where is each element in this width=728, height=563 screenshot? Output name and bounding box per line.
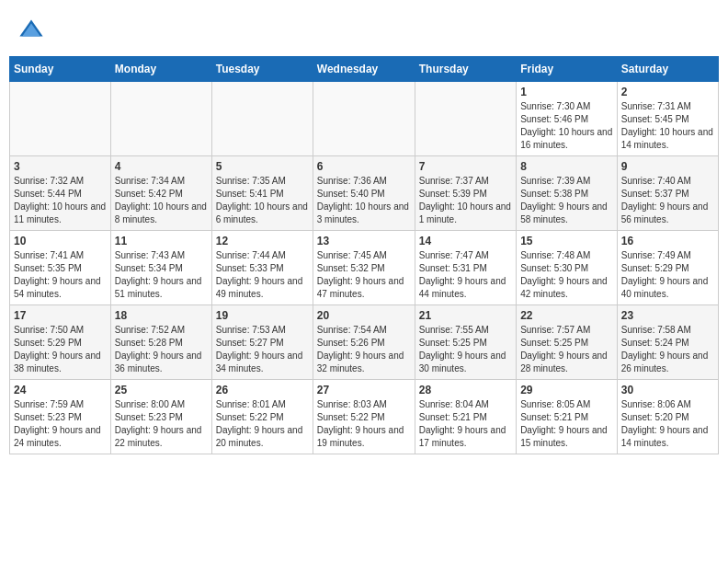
day-number: 2 xyxy=(621,86,714,98)
day-number: 28 xyxy=(419,384,512,396)
calendar-cell: 10Sunrise: 7:41 AM Sunset: 5:35 PM Dayli… xyxy=(10,231,111,305)
day-info: Sunrise: 7:53 AM Sunset: 5:27 PM Dayligh… xyxy=(216,324,309,375)
calendar-cell: 18Sunrise: 7:52 AM Sunset: 5:28 PM Dayli… xyxy=(110,305,211,380)
day-info: Sunrise: 8:05 AM Sunset: 5:21 PM Dayligh… xyxy=(520,398,613,450)
day-info: Sunrise: 7:50 AM Sunset: 5:29 PM Dayligh… xyxy=(14,324,107,375)
day-info: Sunrise: 7:37 AM Sunset: 5:39 PM Dayligh… xyxy=(419,175,512,226)
day-number: 5 xyxy=(216,160,309,173)
day-info: Sunrise: 8:00 AM Sunset: 5:23 PM Dayligh… xyxy=(115,398,208,450)
day-number: 9 xyxy=(621,160,714,173)
day-number: 6 xyxy=(317,160,411,173)
calendar-cell xyxy=(10,82,111,156)
calendar-cell: 19Sunrise: 7:53 AM Sunset: 5:27 PM Dayli… xyxy=(211,305,313,380)
day-number: 3 xyxy=(14,160,107,173)
day-info: Sunrise: 7:48 AM Sunset: 5:30 PM Dayligh… xyxy=(520,249,613,301)
calendar-cell: 6Sunrise: 7:36 AM Sunset: 5:40 PM Daylig… xyxy=(313,156,415,231)
calendar-cell: 30Sunrise: 8:06 AM Sunset: 5:20 PM Dayli… xyxy=(617,380,718,454)
day-info: Sunrise: 7:40 AM Sunset: 5:37 PM Dayligh… xyxy=(621,175,714,226)
day-number: 22 xyxy=(520,309,613,322)
day-info: Sunrise: 7:44 AM Sunset: 5:33 PM Dayligh… xyxy=(216,249,309,301)
day-number: 21 xyxy=(419,309,512,322)
day-info: Sunrise: 8:03 AM Sunset: 5:22 PM Dayligh… xyxy=(317,398,411,450)
day-number: 13 xyxy=(317,235,411,247)
day-info: Sunrise: 7:32 AM Sunset: 5:44 PM Dayligh… xyxy=(14,175,107,226)
calendar-cell: 4Sunrise: 7:34 AM Sunset: 5:42 PM Daylig… xyxy=(110,156,211,231)
day-number: 19 xyxy=(216,309,309,322)
day-number: 8 xyxy=(520,160,613,173)
calendar-cell: 26Sunrise: 8:01 AM Sunset: 5:22 PM Dayli… xyxy=(211,380,313,454)
day-info: Sunrise: 7:52 AM Sunset: 5:28 PM Dayligh… xyxy=(115,324,208,375)
calendar-cell: 20Sunrise: 7:54 AM Sunset: 5:26 PM Dayli… xyxy=(313,305,415,380)
calendar-cell xyxy=(110,82,211,156)
calendar-cell xyxy=(415,82,516,156)
calendar-cell: 12Sunrise: 7:44 AM Sunset: 5:33 PM Dayli… xyxy=(211,231,313,305)
calendar-cell: 25Sunrise: 8:00 AM Sunset: 5:23 PM Dayli… xyxy=(110,380,211,454)
day-info: Sunrise: 7:39 AM Sunset: 5:38 PM Dayligh… xyxy=(520,175,613,226)
calendar-cell: 11Sunrise: 7:43 AM Sunset: 5:34 PM Dayli… xyxy=(110,231,211,305)
calendar-cell: 24Sunrise: 7:59 AM Sunset: 5:23 PM Dayli… xyxy=(10,380,111,454)
day-number: 4 xyxy=(115,160,208,173)
day-number: 15 xyxy=(520,235,613,247)
day-info: Sunrise: 7:36 AM Sunset: 5:40 PM Dayligh… xyxy=(317,175,411,226)
logo-icon xyxy=(18,18,44,44)
day-info: Sunrise: 7:34 AM Sunset: 5:42 PM Dayligh… xyxy=(115,175,208,226)
calendar-cell: 16Sunrise: 7:49 AM Sunset: 5:29 PM Dayli… xyxy=(617,231,718,305)
day-number: 14 xyxy=(419,235,512,247)
day-info: Sunrise: 7:41 AM Sunset: 5:35 PM Dayligh… xyxy=(14,249,107,301)
weekday-header: Tuesday xyxy=(211,57,313,82)
day-info: Sunrise: 7:31 AM Sunset: 5:45 PM Dayligh… xyxy=(621,100,714,152)
day-info: Sunrise: 7:59 AM Sunset: 5:23 PM Dayligh… xyxy=(14,398,107,450)
weekday-header: Friday xyxy=(517,57,618,82)
calendar-cell: 28Sunrise: 8:04 AM Sunset: 5:21 PM Dayli… xyxy=(415,380,516,454)
day-number: 11 xyxy=(115,235,208,247)
calendar-cell: 8Sunrise: 7:39 AM Sunset: 5:38 PM Daylig… xyxy=(517,156,618,231)
calendar-cell: 7Sunrise: 7:37 AM Sunset: 5:39 PM Daylig… xyxy=(415,156,516,231)
day-info: Sunrise: 8:06 AM Sunset: 5:20 PM Dayligh… xyxy=(621,398,714,450)
weekday-header: Monday xyxy=(110,57,211,82)
day-number: 16 xyxy=(621,235,714,247)
calendar: SundayMondayTuesdayWednesdayThursdayFrid… xyxy=(9,56,719,454)
day-number: 7 xyxy=(419,160,512,173)
calendar-cell: 27Sunrise: 8:03 AM Sunset: 5:22 PM Dayli… xyxy=(313,380,415,454)
day-info: Sunrise: 7:55 AM Sunset: 5:25 PM Dayligh… xyxy=(419,324,512,375)
day-number: 20 xyxy=(317,309,411,322)
day-info: Sunrise: 8:04 AM Sunset: 5:21 PM Dayligh… xyxy=(419,398,512,450)
weekday-header: Wednesday xyxy=(313,57,415,82)
day-number: 12 xyxy=(216,235,309,247)
day-number: 24 xyxy=(14,384,107,396)
day-info: Sunrise: 7:43 AM Sunset: 5:34 PM Dayligh… xyxy=(115,249,208,301)
day-info: Sunrise: 7:58 AM Sunset: 5:24 PM Dayligh… xyxy=(621,324,714,375)
calendar-week-row: 10Sunrise: 7:41 AM Sunset: 5:35 PM Dayli… xyxy=(10,231,719,305)
weekday-header: Saturday xyxy=(617,57,718,82)
calendar-week-row: 24Sunrise: 7:59 AM Sunset: 5:23 PM Dayli… xyxy=(10,380,719,454)
weekday-header-row: SundayMondayTuesdayWednesdayThursdayFrid… xyxy=(10,57,719,82)
page-header xyxy=(9,9,719,49)
day-number: 29 xyxy=(520,384,613,396)
calendar-cell: 5Sunrise: 7:35 AM Sunset: 5:41 PM Daylig… xyxy=(211,156,313,231)
day-info: Sunrise: 7:54 AM Sunset: 5:26 PM Dayligh… xyxy=(317,324,411,375)
weekday-header: Sunday xyxy=(10,57,111,82)
calendar-cell: 23Sunrise: 7:58 AM Sunset: 5:24 PM Dayli… xyxy=(617,305,718,380)
calendar-week-row: 3Sunrise: 7:32 AM Sunset: 5:44 PM Daylig… xyxy=(10,156,719,231)
calendar-cell: 3Sunrise: 7:32 AM Sunset: 5:44 PM Daylig… xyxy=(10,156,111,231)
day-number: 23 xyxy=(621,309,714,322)
calendar-cell: 13Sunrise: 7:45 AM Sunset: 5:32 PM Dayli… xyxy=(313,231,415,305)
weekday-header: Thursday xyxy=(415,57,516,82)
day-info: Sunrise: 8:01 AM Sunset: 5:22 PM Dayligh… xyxy=(216,398,309,450)
calendar-cell: 14Sunrise: 7:47 AM Sunset: 5:31 PM Dayli… xyxy=(415,231,516,305)
logo xyxy=(18,18,48,44)
day-info: Sunrise: 7:57 AM Sunset: 5:25 PM Dayligh… xyxy=(520,324,613,375)
day-number: 17 xyxy=(14,309,107,322)
calendar-cell: 22Sunrise: 7:57 AM Sunset: 5:25 PM Dayli… xyxy=(517,305,618,380)
calendar-cell: 2Sunrise: 7:31 AM Sunset: 5:45 PM Daylig… xyxy=(617,82,718,156)
day-number: 18 xyxy=(115,309,208,322)
calendar-cell: 9Sunrise: 7:40 AM Sunset: 5:37 PM Daylig… xyxy=(617,156,718,231)
calendar-cell: 29Sunrise: 8:05 AM Sunset: 5:21 PM Dayli… xyxy=(517,380,618,454)
day-number: 27 xyxy=(317,384,411,396)
day-info: Sunrise: 7:30 AM Sunset: 5:46 PM Dayligh… xyxy=(520,100,613,152)
calendar-cell: 21Sunrise: 7:55 AM Sunset: 5:25 PM Dayli… xyxy=(415,305,516,380)
calendar-week-row: 1Sunrise: 7:30 AM Sunset: 5:46 PM Daylig… xyxy=(10,82,719,156)
day-info: Sunrise: 7:35 AM Sunset: 5:41 PM Dayligh… xyxy=(216,175,309,226)
day-info: Sunrise: 7:49 AM Sunset: 5:29 PM Dayligh… xyxy=(621,249,714,301)
day-number: 25 xyxy=(115,384,208,396)
